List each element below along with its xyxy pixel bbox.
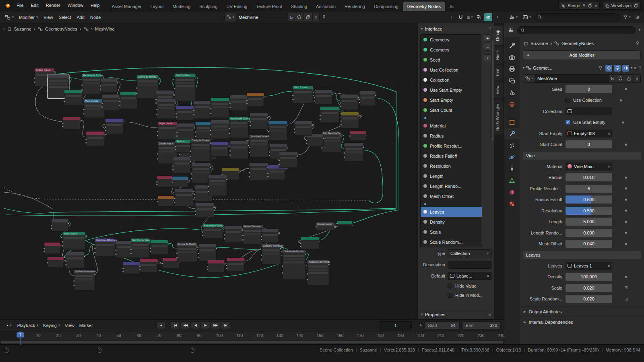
fake-user-shield-icon[interactable] <box>295 13 304 21</box>
node-menu-view[interactable]: View <box>41 15 56 20</box>
slider-field[interactable]: 0.500 <box>566 207 612 215</box>
node-menu-select[interactable]: Select <box>56 15 74 20</box>
workspace-tab-animation[interactable]: Animation <box>312 2 340 11</box>
modifier-extras-dropdown[interactable]: ▾ <box>631 66 632 70</box>
breadcrumb-object[interactable]: Suzanne <box>14 27 31 31</box>
node-menu-add[interactable]: Add <box>74 15 87 20</box>
image-editor-icon[interactable]: ▾ <box>521 14 533 21</box>
workspace-tab-scripting[interactable]: Scripting <box>445 2 454 11</box>
realtime-display-toggle[interactable] <box>614 65 621 72</box>
filter-dropdown[interactable]: ▾ <box>621 14 632 21</box>
sidebar-tab-node[interactable]: Node <box>494 46 503 64</box>
node-menu-node[interactable]: Node <box>87 15 103 20</box>
id-field[interactable]: Leaves 1× <box>566 262 612 270</box>
interface-item-geometry[interactable]: Geometry <box>421 45 482 55</box>
unlink-icon[interactable]: × <box>313 13 319 21</box>
fake-user-shield-icon[interactable] <box>616 74 625 83</box>
interface-item-geometry[interactable]: Geometry <box>421 35 482 45</box>
add-modifier-button[interactable]: + Add Modifier <box>523 50 641 60</box>
menubar-item-window[interactable]: Window <box>64 0 87 11</box>
timeline-menu-playback[interactable]: Playback▾ <box>15 322 41 329</box>
properties-tab-material[interactable] <box>504 187 520 197</box>
workspace-tab-geometry-nodes[interactable]: Geometry Nodes <box>403 2 445 11</box>
properties-tab-constraints[interactable] <box>504 163 520 174</box>
hide-in-modifier-checkbox[interactable] <box>448 293 452 298</box>
type-dropdown[interactable]: Collection ▾ <box>448 249 491 257</box>
blender-logo-icon[interactable] <box>4 2 10 9</box>
users-count-button[interactable]: 5 <box>288 13 295 21</box>
id-field[interactable]: Empty.003× <box>566 130 612 138</box>
new-copy-icon[interactable] <box>588 3 592 8</box>
interface-item-material[interactable]: Material <box>421 121 482 131</box>
timeline-editor-type-button[interactable]: ◔ ▾ <box>3 322 14 329</box>
interface-item-collection[interactable]: Collection <box>421 75 482 85</box>
properties-search-input[interactable] <box>517 26 636 34</box>
sidebar-tab-node-wrangler[interactable]: Node Wrangler <box>494 100 503 135</box>
interface-item-seed[interactable]: Seed <box>421 55 482 65</box>
panel-output-attributes[interactable]: ▸Output Attributes <box>520 306 644 317</box>
interface-item-radius[interactable]: Radius <box>421 131 482 141</box>
animate-dot[interactable] <box>622 121 624 123</box>
editor-type-button[interactable]: ▾ <box>2 13 16 21</box>
properties-tab-scene[interactable] <box>504 87 520 98</box>
view-layer-selector[interactable]: ViewLayer <box>602 2 641 10</box>
breadcrumb-object[interactable]: Suzanne <box>530 41 548 46</box>
region-toggle-arrow-icon[interactable]: › <box>3 27 5 31</box>
menubar-item-help[interactable]: Help <box>87 0 103 11</box>
pin-icon[interactable] <box>322 15 326 20</box>
animate-dot[interactable] <box>625 243 627 245</box>
vertex-group-filter-icon[interactable] <box>597 65 604 72</box>
unlink-icon[interactable]: × <box>594 3 597 8</box>
timeline-ruler[interactable]: 1 11020304050607080901001101201301401501… <box>0 331 504 341</box>
node-group-name-field[interactable]: MeshVine <box>237 13 288 21</box>
interface-panel-header[interactable]: ▾ Interface ⠿ <box>420 26 491 34</box>
driver-icon[interactable]: ⊞ <box>624 286 627 290</box>
interface-separator[interactable] <box>421 201 482 207</box>
interface-item-leaves[interactable]: Leaves <box>421 207 482 217</box>
current-frame-field[interactable]: 1 <box>380 321 412 329</box>
interface-item-scale[interactable]: Scale <box>421 227 482 237</box>
value-field[interactable]: 3 <box>566 140 612 148</box>
menubar-item-file[interactable]: File <box>13 0 27 11</box>
properties-tab-modifiers[interactable] <box>504 128 520 139</box>
menubar-item-render[interactable]: Render <box>42 0 64 11</box>
properties-tab-physics[interactable] <box>504 152 520 162</box>
properties-tab-particles[interactable] <box>504 140 520 151</box>
animate-dot[interactable] <box>625 210 627 212</box>
animate-dot[interactable] <box>625 221 627 223</box>
menubar-item-edit[interactable]: Edit <box>27 0 42 11</box>
frame-end-field[interactable]: End 320 <box>462 321 501 329</box>
panel-collapse-icon[interactable]: ▾ <box>421 27 423 31</box>
driver-icon[interactable]: ⊞ <box>624 297 627 301</box>
browse-node-group-button[interactable]: ▾ <box>225 13 237 21</box>
hide-value-checkbox[interactable] <box>448 284 452 288</box>
id-field[interactable] <box>566 107 612 115</box>
id-field[interactable]: Vine Main× <box>566 162 612 171</box>
interface-item-radius-falloff[interactable]: Radius Falloff <box>421 151 482 161</box>
animate-dot[interactable] <box>625 276 627 278</box>
value-field[interactable]: 100.000 <box>566 273 612 281</box>
value-field[interactable]: 0.000 <box>566 229 612 237</box>
timeline-menu-view[interactable]: View <box>62 322 77 329</box>
scene-selector[interactable]: Scene × <box>558 2 600 10</box>
breadcrumb-node-group[interactable]: MeshVine <box>95 27 115 31</box>
workspace-tab-texture-paint[interactable]: Texture Paint <box>252 2 286 11</box>
animate-dot[interactable] <box>625 187 627 189</box>
overlays-toggle[interactable] <box>484 13 492 21</box>
properties-tab-world[interactable] <box>504 99 520 109</box>
use-preview-range-icon[interactable]: ◔ <box>419 323 422 328</box>
timeline-scrollbar[interactable] <box>0 340 504 344</box>
unlink-icon[interactable]: × <box>608 263 610 268</box>
workspace-tab-modeling[interactable]: Modeling <box>168 2 195 11</box>
workspace-tab-sculpting[interactable]: Sculpting <box>195 2 222 11</box>
properties-tab-output[interactable] <box>504 64 520 74</box>
checkbox[interactable] <box>566 98 570 103</box>
value-field[interactable]: 2 <box>566 85 612 93</box>
options-grid-icon[interactable]: ⊞ <box>634 14 641 21</box>
unlink-icon[interactable]: × <box>487 274 489 278</box>
slider-field[interactable]: 0.500 <box>566 195 612 204</box>
interface-item-start-empty[interactable]: Start Empty <box>421 95 482 105</box>
interface-item-use-start-empty[interactable]: Use Start Empty <box>421 85 482 95</box>
frame-start-field[interactable]: Start 91 <box>424 321 460 329</box>
pin-icon[interactable] <box>635 41 640 46</box>
